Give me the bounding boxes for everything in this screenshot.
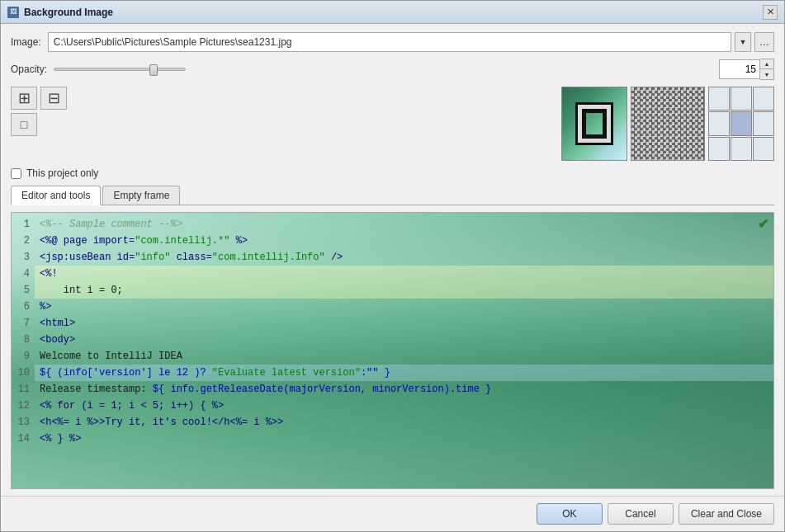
positioning-buttons: ⊞ ⊟ □ <box>11 87 67 136</box>
code-line-2: <%@ page import="com.intellij.*" %> <box>35 233 773 249</box>
small-cell-2 <box>731 87 752 111</box>
checkbox-row: This project only <box>11 167 774 179</box>
code-line-13: <h<%= i %>>Try it, it's cool!</h<%= i %>… <box>35 414 773 431</box>
project-only-checkbox[interactable] <box>11 168 21 179</box>
code-line-6: %> <box>35 299 773 315</box>
opacity-spin-down[interactable]: ▼ <box>760 69 773 79</box>
ok-button[interactable]: OK <box>537 503 603 525</box>
opacity-row: Opacity: ▲ ▼ <box>11 59 774 80</box>
image-row: Image: ▼ … <box>11 32 774 52</box>
opacity-value-wrapper: ▲ ▼ <box>719 59 774 80</box>
preview-area <box>561 87 774 161</box>
small-cell-4 <box>708 111 730 135</box>
small-cell-8 <box>731 137 752 161</box>
code-line-3: <jsp:useBean id="info" class="com.intell… <box>35 249 773 266</box>
pattern-image-preview <box>631 87 705 161</box>
code-line-8: <body> <box>35 332 773 348</box>
small-cell-1 <box>708 87 730 111</box>
tabs-row: Editor and tools Empty frame <box>11 186 774 205</box>
code-content: 1 2 3 4 5 6 7 8 9 10 11 12 13 14 <%-- Sa… <box>12 213 773 488</box>
code-line-12: <% for (i = 1; i < 5; i++) { %> <box>35 398 773 414</box>
line-numbers: 1 2 3 4 5 6 7 8 9 10 11 12 13 14 <box>12 213 35 488</box>
code-line-10: ${ (info['version'] le 12 )? "Evaluate l… <box>35 365 773 381</box>
dialog-icon: 🖼 <box>7 7 19 18</box>
image-path-input[interactable] <box>48 32 731 52</box>
code-line-9: Welcome to IntelliJ IDEA <box>35 348 773 365</box>
opacity-slider-thumb[interactable] <box>149 64 158 76</box>
small-cell-9 <box>753 137 774 161</box>
cancel-button[interactable]: Cancel <box>608 503 674 525</box>
small-cell-5 <box>731 111 752 135</box>
code-line-14: <% } %> <box>35 431 773 447</box>
code-line-7: <html> <box>35 315 773 332</box>
center-single-button[interactable]: □ <box>11 113 37 136</box>
title-bar-left: 🖼 Background Image <box>7 7 113 18</box>
code-line-11: Release timestamp: ${ info.getReleaseDat… <box>35 381 773 398</box>
opacity-slider-track[interactable] <box>54 68 186 71</box>
dialog-footer: OK Cancel Clear and Close <box>1 496 784 531</box>
background-image-dialog: 🖼 Background Image ✕ Image: ▼ … Opacity: <box>0 0 785 532</box>
small-cell-7 <box>708 137 730 161</box>
opacity-spinners: ▲ ▼ <box>760 59 774 80</box>
image-input-wrapper: ▼ … <box>48 32 774 52</box>
close-button[interactable]: ✕ <box>763 5 778 20</box>
image-options-row: ⊞ ⊟ □ <box>11 87 774 161</box>
code-area: ✔ 1 2 3 4 5 6 7 8 9 10 11 12 13 14 <box>11 212 774 489</box>
clear-and-close-button[interactable]: Clear and Close <box>679 503 774 525</box>
landscape-image-preview <box>561 87 627 161</box>
code-lines: <%-- Sample comment --%> <%@ page import… <box>35 213 773 488</box>
title-bar: 🖼 Background Image ✕ <box>1 1 784 24</box>
checkmark-overlay: ✔ <box>758 216 768 232</box>
tab-empty-frame[interactable]: Empty frame <box>102 186 180 205</box>
image-label: Image: <box>11 36 41 48</box>
dialog-body: Image: ▼ … Opacity: ▲ ▼ <box>1 24 784 496</box>
pos-row-1: ⊞ ⊟ <box>11 87 67 110</box>
opacity-label: Opacity: <box>11 64 47 75</box>
preview-frame <box>575 102 613 145</box>
pos-row-2: □ <box>11 113 67 136</box>
dialog-title: Background Image <box>24 7 113 18</box>
code-line-5: int i = 0; <box>35 282 773 299</box>
small-cell-6 <box>753 111 774 135</box>
image-dropdown-button[interactable]: ▼ <box>735 32 751 52</box>
image-browse-button[interactable]: … <box>754 32 774 52</box>
small-cell-3 <box>753 87 774 111</box>
opacity-input[interactable] <box>719 59 760 79</box>
project-only-label: This project only <box>26 167 98 179</box>
align-right-button[interactable]: ⊟ <box>40 87 67 110</box>
align-center-button[interactable]: ⊞ <box>11 87 37 110</box>
landscape-preview <box>561 87 627 161</box>
code-line-1: <%-- Sample comment --%> <box>35 216 773 233</box>
opacity-spin-up[interactable]: ▲ <box>760 59 773 69</box>
code-line-4: <%! <box>35 266 773 282</box>
pattern-preview <box>631 87 705 161</box>
tab-editor-and-tools[interactable]: Editor and tools <box>11 186 101 205</box>
small-grid-preview <box>708 87 774 161</box>
